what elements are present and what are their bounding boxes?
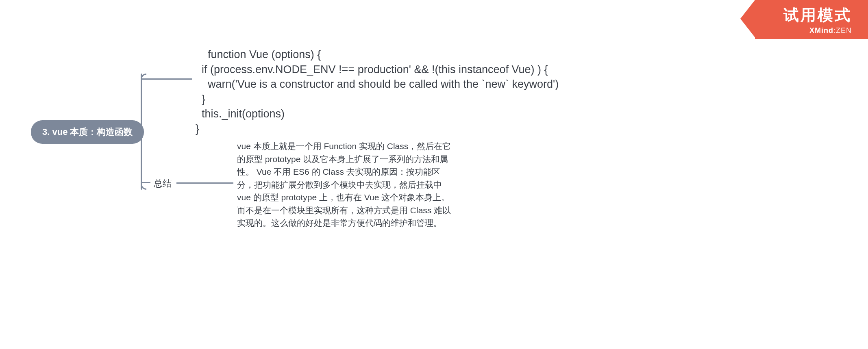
summary-body-text: vue 本质上就是一个用 Function 实现的 Class，然后在它的原型 … (237, 141, 451, 228)
connector (141, 74, 142, 190)
watermark-title: 试用模式 (783, 6, 852, 25)
code-text: function Vue (options) { if (process.env… (196, 48, 559, 134)
summary-label-text: 总结 (154, 178, 172, 189)
connector (134, 130, 141, 131)
connector (141, 78, 192, 80)
child-topic-summary[interactable]: 总结 (154, 178, 172, 190)
watermark-brand: XMind:ZEN (783, 26, 852, 35)
grandchild-topic-summary-body[interactable]: vue 本质上就是一个用 Function 实现的 Class，然后在它的原型 … (237, 140, 452, 230)
connector (176, 182, 233, 184)
watermark-badge: 试用模式 XMind:ZEN (755, 0, 868, 39)
root-topic[interactable]: 3. vue 本质：构造函数 (31, 120, 144, 144)
root-topic-label: 3. vue 本质：构造函数 (42, 127, 133, 137)
child-topic-code[interactable]: function Vue (options) { if (process.env… (196, 33, 610, 151)
connector (141, 182, 150, 183)
mindmap-canvas[interactable]: 试用模式 XMind:ZEN 3. vue 本质：构造函数 function V… (0, 0, 868, 349)
